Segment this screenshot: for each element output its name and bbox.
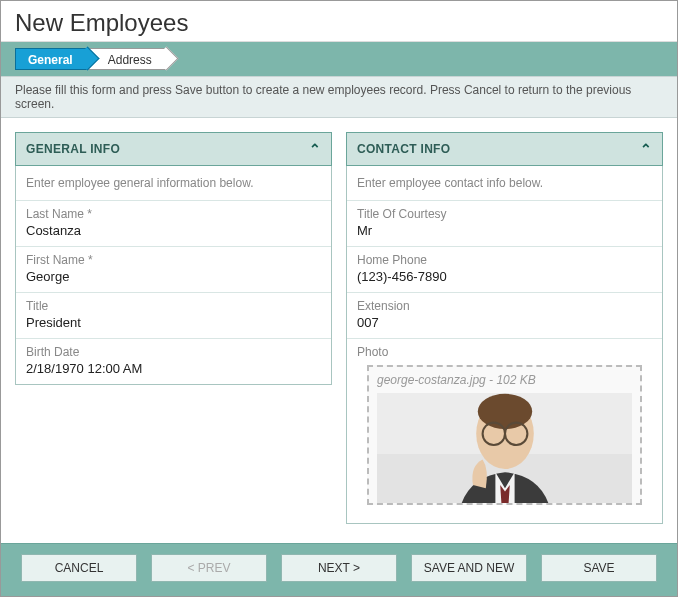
tabs-bar: General Address [1,41,677,76]
birth-date-input[interactable] [26,361,321,376]
panel-body-general: Enter employee general information below… [15,166,332,385]
footer-bar: CANCEL < PREV NEXT > SAVE AND NEW SAVE [1,543,677,596]
person-icon [425,393,585,503]
panel-title: GENERAL INFO [26,142,120,156]
field-title[interactable]: Title [16,293,331,339]
panel-hint: Enter employee general information below… [16,166,331,201]
panel-hint: Enter employee contact info below. [347,166,662,201]
prev-button[interactable]: < PREV [151,554,267,582]
tab-label: General [28,53,73,67]
cancel-button[interactable]: CANCEL [21,554,137,582]
field-label: Extension [357,299,652,313]
field-photo: Photo george-costanza.jpg - 102 KB [347,339,662,523]
photo-caption: george-costanza.jpg - 102 KB [377,373,632,387]
page-container: New Employees General Address Please fil… [0,0,678,597]
first-name-input[interactable] [26,269,321,284]
courtesy-input[interactable] [357,223,652,238]
panel-body-contact: Enter employee contact info below. Title… [346,166,663,524]
header: New Employees [1,1,677,41]
tab-general[interactable]: General [15,48,87,70]
field-label: Last Name * [26,207,321,221]
field-courtesy[interactable]: Title Of Courtesy [347,201,662,247]
photo-preview [377,393,632,503]
content-area: GENERAL INFO ⌃ Enter employee general in… [1,118,677,543]
panel-header-general[interactable]: GENERAL INFO ⌃ [15,132,332,166]
panel-header-contact[interactable]: CONTACT INFO ⌃ [346,132,663,166]
next-button[interactable]: NEXT > [281,554,397,582]
field-birth-date[interactable]: Birth Date [16,339,331,384]
last-name-input[interactable] [26,223,321,238]
save-button[interactable]: SAVE [541,554,657,582]
chevron-up-icon[interactable]: ⌃ [309,141,321,157]
field-home-phone[interactable]: Home Phone [347,247,662,293]
field-label: Title Of Courtesy [357,207,652,221]
panel-title: CONTACT INFO [357,142,450,156]
home-phone-input[interactable] [357,269,652,284]
field-label: Title [26,299,321,313]
panel-general: GENERAL INFO ⌃ Enter employee general in… [15,132,332,533]
tab-label: Address [108,53,152,67]
extension-input[interactable] [357,315,652,330]
chevron-up-icon[interactable]: ⌃ [640,141,652,157]
save-and-new-button[interactable]: SAVE AND NEW [411,554,527,582]
page-title: New Employees [15,9,663,37]
panel-contact: CONTACT INFO ⌃ Enter employee contact in… [346,132,663,533]
field-last-name[interactable]: Last Name * [16,201,331,247]
field-extension[interactable]: Extension [347,293,662,339]
field-first-name[interactable]: First Name * [16,247,331,293]
field-label: Home Phone [357,253,652,267]
svg-point-1 [477,394,531,429]
field-label: Photo [357,345,652,359]
field-label: First Name * [26,253,321,267]
photo-upload-box[interactable]: george-costanza.jpg - 102 KB [367,365,642,505]
field-label: Birth Date [26,345,321,359]
instruction-text: Please fill this form and press Save but… [1,76,677,118]
title-input[interactable] [26,315,321,330]
